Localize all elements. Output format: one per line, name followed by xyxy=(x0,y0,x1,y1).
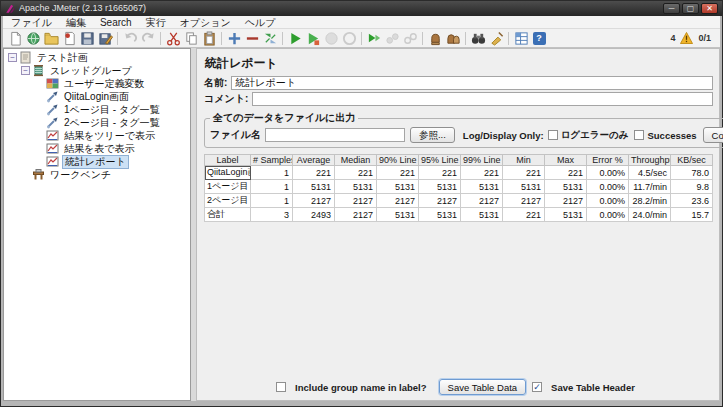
cell-median[interactable]: 2127 xyxy=(335,208,377,222)
cell-99line[interactable]: 5131 xyxy=(461,180,503,194)
include-group-name-checkbox[interactable] xyxy=(276,382,286,392)
col-header-label[interactable]: Label xyxy=(205,155,251,166)
redo-button[interactable] xyxy=(139,30,157,47)
function-helper-button[interactable] xyxy=(512,30,530,47)
menu-help[interactable]: ヘルプ xyxy=(245,16,276,29)
errors-only-checkbox[interactable] xyxy=(548,130,558,140)
col-header-average[interactable]: Average xyxy=(293,155,335,166)
toggle-button[interactable] xyxy=(261,30,279,47)
open-file-button[interactable] xyxy=(42,30,60,47)
cell-median[interactable]: 221 xyxy=(335,166,377,180)
cell-samples[interactable]: 1 xyxy=(251,194,293,208)
cell-95line[interactable]: 221 xyxy=(419,166,461,180)
cell-throughput[interactable]: 28.2/min xyxy=(629,194,671,208)
cell-min[interactable]: 221 xyxy=(503,166,545,180)
collapse-all-button[interactable] xyxy=(243,30,261,47)
menu-edit[interactable]: 編集 xyxy=(66,16,86,29)
save-table-data-button[interactable]: Save Table Data xyxy=(439,379,527,395)
tree-node-page1-tags[interactable]: 1ページ目 - タグ一覧 xyxy=(4,103,190,116)
cell-95line[interactable]: 5131 xyxy=(419,208,461,222)
cell-kbsec[interactable]: 78.0 xyxy=(671,166,713,180)
col-header-kbsec[interactable]: KB/sec xyxy=(671,155,713,166)
tree-node-test-plan[interactable]: − テスト計画 xyxy=(4,51,190,64)
cell-min[interactable]: 5131 xyxy=(503,180,545,194)
search-reset-button[interactable] xyxy=(487,30,505,47)
undo-button[interactable] xyxy=(121,30,139,47)
warning-icon[interactable] xyxy=(680,32,693,44)
cell-min[interactable]: 221 xyxy=(503,208,545,222)
stop-button[interactable] xyxy=(322,30,340,47)
help-button[interactable]: ? xyxy=(530,30,548,47)
cell-99line[interactable]: 2127 xyxy=(461,194,503,208)
col-header-90line[interactable]: 90% Line xyxy=(377,155,419,166)
clear-button[interactable] xyxy=(426,30,444,47)
templates-button[interactable] xyxy=(24,30,42,47)
cut-button[interactable] xyxy=(164,30,182,47)
successes-checkbox[interactable] xyxy=(634,130,644,140)
menu-file[interactable]: ファイル xyxy=(11,16,52,29)
col-header-samples[interactable]: # Samples xyxy=(251,155,293,166)
shutdown-button[interactable] xyxy=(340,30,358,47)
paste-button[interactable] xyxy=(200,30,218,47)
save-table-header-checkbox[interactable]: ✓ xyxy=(532,382,542,392)
cell-samples[interactable]: 1 xyxy=(251,166,293,180)
maximize-button[interactable]: ▢ xyxy=(682,3,699,14)
cell-95line[interactable]: 2127 xyxy=(419,194,461,208)
cell-throughput[interactable]: 11.7/min xyxy=(629,180,671,194)
cell-label[interactable]: 2ページ目 - タ... xyxy=(205,194,251,208)
tree-node-summary-report[interactable]: 統計レポート xyxy=(4,155,190,168)
new-file-button[interactable] xyxy=(6,30,24,47)
menu-options[interactable]: オプション xyxy=(180,16,231,29)
name-input[interactable] xyxy=(231,76,713,90)
save-button[interactable] xyxy=(78,30,96,47)
cell-95line[interactable]: 5131 xyxy=(419,180,461,194)
cell-max[interactable]: 5131 xyxy=(545,180,587,194)
tree-node-qiita-login[interactable]: QiitaLogin画面 xyxy=(4,90,190,103)
cell-label[interactable]: QiitaLogin画面 xyxy=(205,166,251,180)
cell-kbsec[interactable]: 23.6 xyxy=(671,194,713,208)
save-as-button[interactable] xyxy=(96,30,114,47)
cell-90line[interactable]: 5131 xyxy=(377,180,419,194)
tree-node-page2-tags[interactable]: 2ページ目 - タグ一覧 xyxy=(4,116,190,129)
remote-shutdown-all-button[interactable] xyxy=(401,30,419,47)
col-header-error[interactable]: Error % xyxy=(587,155,629,166)
expand-all-button[interactable] xyxy=(225,30,243,47)
collapse-handle-icon[interactable]: − xyxy=(21,66,30,75)
cell-99line[interactable]: 5131 xyxy=(461,208,503,222)
cell-samples[interactable]: 1 xyxy=(251,180,293,194)
cell-90line[interactable]: 221 xyxy=(377,166,419,180)
col-header-99line[interactable]: 99% Line xyxy=(461,155,503,166)
cell-90line[interactable]: 5131 xyxy=(377,208,419,222)
collapse-handle-icon[interactable]: − xyxy=(8,53,17,62)
col-header-max[interactable]: Max xyxy=(545,155,587,166)
cell-throughput[interactable]: 4.5/sec xyxy=(629,166,671,180)
search-button[interactable] xyxy=(469,30,487,47)
cell-average[interactable]: 5131 xyxy=(293,180,335,194)
cell-samples[interactable]: 3 xyxy=(251,208,293,222)
col-header-min[interactable]: Min xyxy=(503,155,545,166)
cell-median[interactable]: 5131 xyxy=(335,180,377,194)
cell-max[interactable]: 221 xyxy=(545,166,587,180)
cell-label[interactable]: 合計 xyxy=(205,208,251,222)
configure-button[interactable]: Configure xyxy=(703,127,723,143)
col-header-95line[interactable]: 95% Line xyxy=(419,155,461,166)
start-no-pauses-button[interactable] xyxy=(304,30,322,47)
cell-kbsec[interactable]: 9.8 xyxy=(671,180,713,194)
cell-99line[interactable]: 221 xyxy=(461,166,503,180)
comment-input[interactable] xyxy=(252,92,713,106)
cell-kbsec[interactable]: 15.7 xyxy=(671,208,713,222)
cell-average[interactable]: 221 xyxy=(293,166,335,180)
clear-all-button[interactable] xyxy=(444,30,462,47)
browse-button[interactable]: 参照... xyxy=(410,127,455,143)
log-warning-count[interactable]: 4 xyxy=(670,33,675,43)
tree-node-thread-group[interactable]: − スレッドグループ xyxy=(4,64,190,77)
filename-input[interactable] xyxy=(265,128,405,142)
minimize-button[interactable]: ─ xyxy=(663,3,680,14)
cell-error[interactable]: 0.00% xyxy=(587,208,629,222)
tree-node-view-results-table[interactable]: 結果を表で表示 xyxy=(4,142,190,155)
copy-button[interactable] xyxy=(182,30,200,47)
tree-node-workbench[interactable]: ワークベンチ xyxy=(4,168,190,181)
close-button[interactable]: ✕ xyxy=(701,3,718,14)
cell-max[interactable]: 5131 xyxy=(545,208,587,222)
menu-search[interactable]: Search xyxy=(100,16,132,29)
